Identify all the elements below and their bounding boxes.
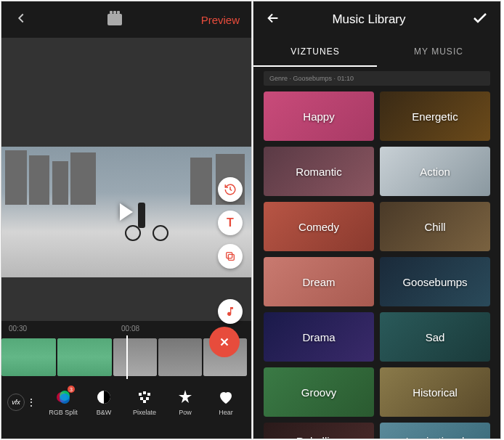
genre-tile-dream[interactable]: Dream	[264, 257, 374, 306]
genre-tile-comedy[interactable]: Comedy	[264, 202, 374, 251]
time-start: 00:30	[9, 325, 27, 333]
svg-rect-9	[140, 397, 143, 400]
svg-rect-0	[227, 253, 232, 258]
clip-1[interactable]	[1, 338, 56, 376]
timeline[interactable]	[1, 335, 251, 379]
letterbox-top	[1, 38, 251, 147]
svg-rect-10	[146, 397, 149, 400]
editor-header: Preview	[1, 1, 251, 38]
close-button[interactable]	[209, 327, 240, 357]
library-tabs: VIZTUNES MY MUSIC	[253, 38, 500, 67]
genre-tile-energetic[interactable]: Energetic	[380, 91, 490, 141]
svg-rect-8	[147, 393, 150, 396]
genre-tile-romantic[interactable]: Romantic	[264, 147, 374, 196]
clip-3[interactable]	[113, 338, 157, 376]
clip-2[interactable]	[57, 338, 112, 376]
genre-tile-action[interactable]: Action	[380, 147, 490, 196]
genre-tile-rebellion[interactable]: Rebellion	[264, 423, 374, 439]
genre-tile-historical[interactable]: Historical	[380, 367, 490, 417]
genre-tile-drama[interactable]: Drama	[264, 312, 374, 362]
genre-grid: HappyEnergeticRomanticActionComedyChillD…	[253, 89, 500, 439]
letterbox-mid	[1, 277, 251, 321]
effects-bar: vfx ⋮ 3 RGB Split B&W Pixelate Po	[1, 379, 251, 425]
svg-rect-6	[139, 393, 142, 396]
sticker-button[interactable]	[218, 244, 243, 269]
genre-tile-sad[interactable]: Sad	[380, 312, 490, 362]
genre-tile-happy[interactable]: Happy	[264, 91, 374, 141]
effect-bw[interactable]: B&W	[84, 388, 123, 416]
tab-mymusic[interactable]: MY MUSIC	[377, 38, 500, 67]
library-header: Music Library	[253, 1, 500, 38]
svg-marker-12	[179, 390, 192, 403]
confirm-button[interactable]	[471, 9, 489, 30]
music-library-screen: Music Library VIZTUNES MY MUSIC Genre · …	[253, 1, 501, 439]
library-title: Music Library	[267, 12, 471, 27]
genre-tile-groovy[interactable]: Groovy	[264, 367, 374, 417]
effect-pixelate[interactable]: Pixelate	[125, 388, 164, 416]
svg-rect-7	[143, 391, 146, 394]
track-meta: Genre · Goosebumps · 01:10	[264, 71, 490, 86]
playhead[interactable]	[126, 335, 128, 379]
effect-pow[interactable]: Pow	[166, 388, 205, 416]
back-button[interactable]	[13, 10, 29, 29]
film-icon[interactable]	[107, 14, 122, 25]
genre-tile-inspirational[interactable]: Inspirational	[380, 423, 490, 439]
effect-badge: 3	[68, 386, 75, 393]
history-button[interactable]	[218, 177, 243, 202]
clip-4[interactable]	[158, 338, 202, 376]
effect-heart[interactable]: Hear	[206, 388, 245, 416]
tab-viztunes[interactable]: VIZTUNES	[253, 38, 377, 67]
time-playhead: 00:08	[121, 325, 139, 333]
video-preview[interactable]: T	[1, 147, 251, 277]
text-button[interactable]: T	[218, 211, 243, 235]
effect-rgb-split[interactable]: 3 RGB Split	[44, 388, 83, 416]
video-editor-screen: Preview	[1, 1, 252, 439]
play-button[interactable]	[120, 203, 133, 221]
preview-button[interactable]: Preview	[201, 14, 240, 26]
music-button[interactable]	[218, 299, 243, 324]
genre-tile-goosebumps[interactable]: Goosebumps	[380, 257, 490, 306]
genre-tile-chill[interactable]: Chill	[380, 202, 490, 251]
svg-rect-1	[228, 254, 234, 260]
svg-rect-11	[143, 400, 146, 403]
vfx-toggle[interactable]: vfx	[7, 394, 25, 411]
svg-point-4	[60, 394, 70, 404]
more-icon[interactable]: ⋮	[26, 400, 36, 405]
